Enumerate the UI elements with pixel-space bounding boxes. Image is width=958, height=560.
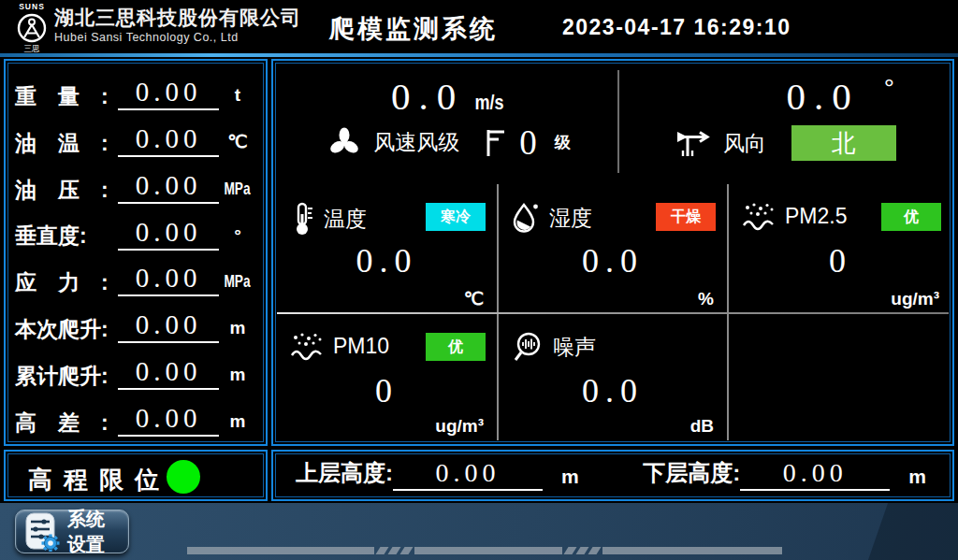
metric-value: 0.00 — [118, 358, 219, 390]
upper-height-unit: m — [561, 466, 579, 491]
svg-text:三思: 三思 — [24, 44, 41, 53]
bottom-bar: 系统设置 — [0, 503, 958, 560]
metric-row-oil-pressure: 油 压 : 0.00 MPa — [15, 162, 256, 204]
company-name: 湖北三思科技股份有限公司 Hubei Sansi Technology Co.,… — [54, 7, 301, 45]
wind-level-value: 0 — [519, 125, 537, 160]
humidity-status-badge: 干燥 — [656, 203, 716, 231]
metric-value: 0.00 — [118, 219, 219, 251]
cell-noise: 噪声 0.0 dB — [499, 314, 727, 439]
layer-heights-panel: 上层高度: 0.00 m 下层高度: 0.00 m — [271, 450, 954, 501]
metric-unit: MPa — [225, 179, 251, 199]
header-divider — [0, 53, 958, 57]
metric-unit: m — [219, 365, 256, 390]
lower-height-label: 下层高度: — [643, 458, 740, 491]
thermometer-icon — [290, 201, 314, 237]
fan-icon — [327, 126, 361, 160]
bottom-bar-shade — [868, 503, 958, 560]
humidity-value: 0.0 — [499, 244, 727, 278]
metric-unit: ° — [219, 225, 256, 251]
wind-vane-icon — [674, 126, 711, 160]
wind-level-unit: 级 — [555, 132, 571, 153]
metric-label: 油 压 : — [15, 179, 118, 204]
elevation-limit-panel: 高程限位 — [4, 450, 268, 501]
metric-label: 油 温 : — [15, 132, 118, 157]
pm-dust-icon — [742, 201, 776, 231]
wind-section-divider — [617, 70, 619, 173]
pm25-status-badge: 优 — [881, 203, 941, 231]
company-name-cn: 湖北三思科技股份有限公司 — [54, 7, 301, 29]
pm25-unit: ug/m³ — [891, 289, 939, 309]
wind-speed-unit: m/s — [475, 91, 504, 115]
upper-height-label: 上层高度: — [296, 458, 393, 491]
metric-row-stress: 应 力 : 0.00 MPa — [15, 254, 256, 296]
wind-speed-label: 风速风级 — [373, 128, 459, 157]
metric-value: 0.00 — [118, 265, 219, 296]
system-settings-button[interactable]: 系统设置 — [15, 510, 129, 553]
upper-height-group: 上层高度: 0.00 m — [296, 458, 579, 491]
humidity-unit: % — [698, 289, 714, 309]
wind-direction-badge: 北 — [791, 125, 896, 161]
cell-pm10: PM10 优 0 ug/m³ — [277, 314, 497, 439]
lower-height-value: 0.00 — [740, 460, 890, 491]
metric-row-current-climb: 本次爬升: 0.00 m — [15, 301, 256, 343]
metrics-panel: 重 量 : 0.00 t 油 温 : 0.00 ℃ 油 压 : 0.00 MPa… — [4, 59, 268, 446]
pm25-value: 0 — [729, 244, 952, 278]
metric-row-verticality: 垂直度: 0.00 ° — [15, 208, 256, 251]
svg-text:SUNS: SUNS — [19, 2, 45, 11]
metric-label: 垂直度: — [15, 224, 118, 250]
wind-speed-section: 0.0 m/s 风速风级 — [277, 66, 621, 184]
metric-value: 0.00 — [118, 79, 219, 110]
metric-row-oil-temp: 油 温 : 0.00 ℃ — [15, 115, 256, 157]
metric-value: 0.00 — [118, 311, 219, 343]
cell-label: PM2.5 — [785, 204, 847, 229]
cell-label: 湿度 — [549, 204, 592, 233]
noise-value: 0.0 — [499, 374, 727, 408]
metric-unit: m — [219, 411, 256, 437]
metric-row-total-climb: 累计爬升: 0.00 m — [15, 348, 256, 390]
cell-humidity: 湿度 干燥 0.0 % — [499, 184, 727, 312]
metric-value: 0.00 — [118, 405, 219, 437]
cell-temperature: 温度 寒冷 0.0 ℃ — [277, 184, 497, 312]
pm10-status-badge: 优 — [426, 333, 486, 361]
pm10-value: 0 — [277, 374, 497, 408]
temperature-status-badge: 寒冷 — [426, 203, 486, 231]
wind-direction-section: 0.0 ° 风向 北 — [621, 66, 949, 184]
datetime-display: 2023-04-17 16:29:10 — [562, 15, 791, 40]
metric-unit: m — [219, 318, 256, 343]
metric-label: 累计爬升: — [15, 365, 118, 390]
temperature-value: 0.0 — [277, 244, 497, 278]
cell-pm25: PM2.5 优 0 ug/m³ — [729, 184, 952, 312]
noise-unit: dB — [690, 416, 714, 437]
decorative-stripe — [187, 547, 782, 554]
metric-unit: t — [219, 85, 256, 110]
noise-icon — [512, 331, 544, 363]
wind-direction-label: 风向 — [723, 129, 766, 158]
metric-label: 重 量 : — [15, 85, 118, 110]
droplet-icon — [512, 201, 540, 235]
metric-value: 0.00 — [118, 172, 219, 204]
elevation-limit-indicator — [167, 460, 200, 494]
wind-level-icon — [485, 127, 507, 159]
metric-label: 高 差 : — [15, 411, 118, 437]
metric-label: 应 力 : — [15, 271, 118, 296]
metric-row-height-diff: 高 差 : 0.00 m — [15, 395, 256, 437]
temperature-unit: ℃ — [464, 288, 484, 309]
wind-direction-unit: ° — [884, 76, 894, 102]
metric-value: 0.00 — [118, 125, 219, 157]
environment-panel: 0.0 m/s 风速风级 — [271, 59, 954, 446]
elevation-limit-label: 高程限位 — [28, 464, 170, 496]
page-title: 爬模监测系统 — [329, 12, 498, 46]
upper-height-value: 0.00 — [393, 460, 543, 491]
metric-unit: ℃ — [219, 131, 256, 157]
settings-button-label: 系统设置 — [67, 507, 120, 557]
wind-speed-value: 0.0 — [391, 78, 464, 116]
pm-dust-icon — [290, 331, 324, 361]
cell-label: 温度 — [324, 205, 367, 234]
header: SUNS 三思 湖北三思科技股份有限公司 Hubei Sansi Technol… — [0, 0, 958, 53]
company-name-en: Hubei Sansi Technology Co., Ltd — [54, 31, 301, 44]
lower-height-group: 下层高度: 0.00 m — [643, 458, 926, 491]
metric-label: 本次爬升: — [15, 318, 118, 343]
cell-empty — [729, 314, 952, 439]
cell-label: PM10 — [333, 334, 389, 359]
metric-unit: MPa — [225, 271, 251, 292]
